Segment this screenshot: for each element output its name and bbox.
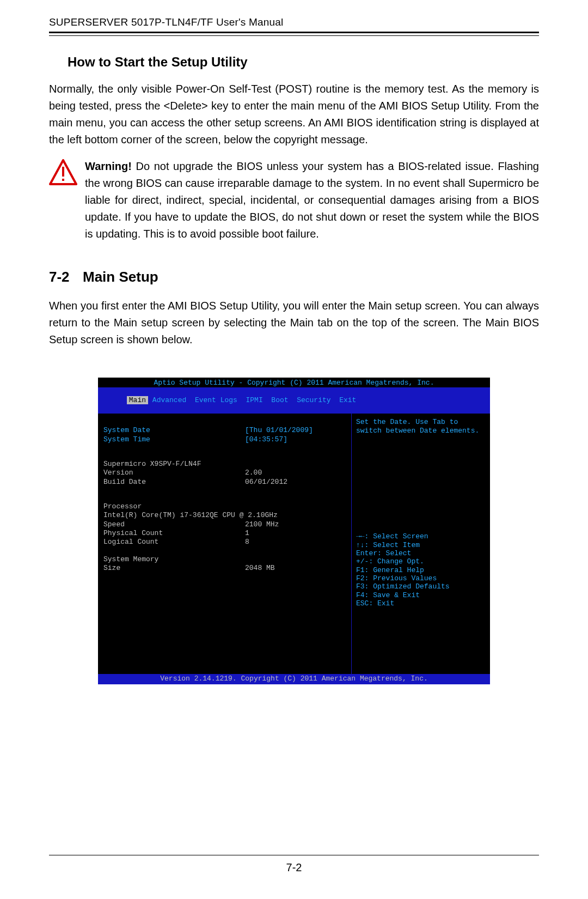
bios-tab-advanced[interactable]: Advanced [152, 396, 186, 404]
chapter-number: 7-2 [49, 269, 83, 286]
section-heading: How to Start the Setup Utility [68, 54, 539, 70]
intro-paragraph: Normally, the only visible Power-On Self… [49, 81, 539, 148]
bios-tab-exit[interactable]: Exit [339, 396, 356, 404]
key-f1: F1: General Help [356, 566, 487, 574]
mem-label: System Memory [103, 555, 245, 563]
processor-label: Processor [103, 502, 245, 511]
system-date-value[interactable]: [Thu 01/01/2009] [245, 426, 313, 434]
page-number: 7-2 [0, 861, 588, 874]
warning-body: Do not upgrade the BIOS unless your syst… [85, 160, 539, 240]
key-select-screen: →←: Select Screen [356, 532, 487, 540]
key-f4: F4: Save & Exit [356, 591, 487, 599]
warning-icon [49, 159, 77, 185]
size-label: Size [103, 564, 245, 572]
system-time-value[interactable]: [04:35:57] [245, 435, 287, 444]
bios-tab-eventlogs[interactable]: Event Logs [195, 396, 237, 404]
bios-tab-boot[interactable]: Boot [271, 396, 288, 404]
system-date-label[interactable]: System Date [103, 426, 245, 434]
logical-value: 8 [245, 538, 249, 546]
running-head: SUPERSERVER 5017P-TLN4F/TF User's Manual [49, 16, 539, 32]
version-label: Version [103, 469, 245, 477]
key-f3: F3: Optimized Defaults [356, 582, 487, 591]
size-value: 2048 MB [245, 564, 275, 572]
bios-body: System Date[Thu 01/01/2009] System Time[… [98, 414, 490, 674]
warning-text: Warning! Do not upgrade the BIOS unless … [85, 158, 539, 242]
logical-label: Logical Count [103, 538, 245, 546]
board-name: Supermicro X9SPV-F/LN4F [103, 460, 245, 468]
warning-block: Warning! Do not upgrade the BIOS unless … [49, 158, 539, 242]
bios-tab-ipmi[interactable]: IPMI [246, 396, 263, 404]
speed-label: Speed [103, 520, 245, 529]
speed-value: 2100 MHz [245, 520, 279, 529]
running-head-text: SUPERSERVER 5017P-TLN4F/TF User's Manual [49, 16, 283, 28]
bios-tab-main[interactable]: Main [127, 396, 148, 404]
bios-tab-security[interactable]: Security [297, 396, 330, 404]
key-esc: ESC: Exit [356, 599, 487, 608]
bios-screenshot: Aptio Setup Utility - Copyright (C) 2011… [98, 378, 490, 684]
version-value: 2.00 [245, 469, 262, 477]
processor-name: Intel(R) Core(TM) i7-3612QE CPU @ 2.10GH… [103, 511, 278, 519]
svg-rect-1 [62, 167, 64, 177]
warning-label: Warning! [85, 160, 132, 172]
bios-title: Aptio Setup Utility - Copyright (C) 2011… [98, 378, 490, 387]
bios-left-pane: System Date[Thu 01/01/2009] System Time[… [98, 414, 351, 674]
bios-right-pane: Set the Date. Use Tab to switch between … [351, 414, 490, 674]
bios-key-legend: →←: Select Screen ↑↓: Select Item Enter:… [356, 532, 487, 608]
chapter-title: Main Setup [83, 269, 158, 285]
phys-label: Physical Count [103, 529, 245, 537]
header-rule [49, 32, 539, 36]
system-time-label[interactable]: System Time [103, 435, 245, 444]
manual-page: SUPERSERVER 5017P-TLN4F/TF User's Manual… [0, 0, 588, 899]
main-setup-paragraph: When you first enter the AMI BIOS Setup … [49, 297, 539, 348]
chapter-heading: 7-2Main Setup [49, 269, 539, 286]
hint-line2: switch between Date elements. [356, 427, 487, 435]
key-enter: Enter: Select [356, 549, 487, 557]
key-change-opt: +/-: Change Opt. [356, 557, 487, 566]
bios-hint: Set the Date. Use Tab to switch between … [356, 418, 487, 532]
hint-line1: Set the Date. Use Tab to [356, 418, 487, 426]
footer-rule [49, 855, 539, 855]
phys-value: 1 [245, 529, 249, 537]
svg-rect-2 [62, 179, 64, 181]
build-label: Build Date [103, 478, 245, 486]
key-select-item: ↑↓: Select Item [356, 541, 487, 549]
bios-footer: Version 2.14.1219. Copyright (C) 2011 Am… [98, 674, 490, 684]
key-f2: F2: Previous Values [356, 574, 487, 582]
build-value: 06/01/2012 [245, 478, 287, 486]
bios-menubar: Main Advanced Event Logs IPMI Boot Secur… [98, 387, 490, 414]
